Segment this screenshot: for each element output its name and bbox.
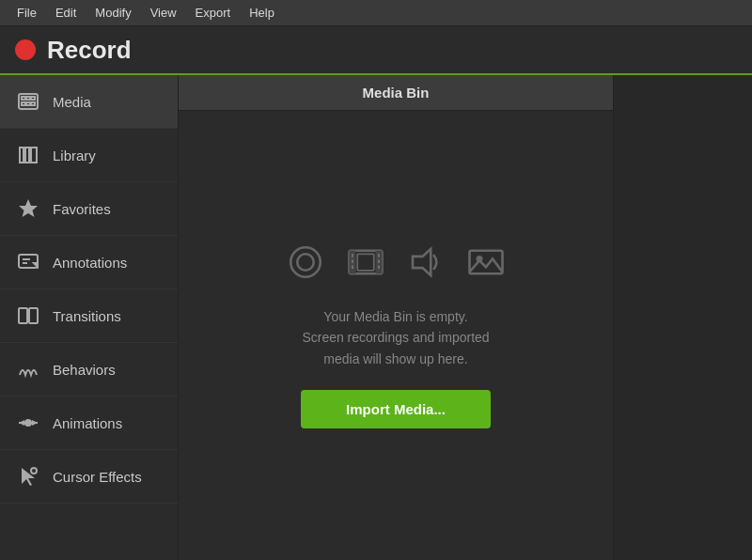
media-bin-icons xyxy=(286,242,506,282)
media-bin-header: Media Bin xyxy=(179,75,613,111)
sidebar-item-favorites[interactable]: Favorites xyxy=(0,182,178,236)
menu-modify[interactable]: Modify xyxy=(86,0,140,25)
svg-rect-15 xyxy=(19,308,27,323)
sidebar-item-transitions[interactable]: Transitions xyxy=(0,289,178,343)
menu-export[interactable]: Export xyxy=(186,0,241,25)
page-title: Record xyxy=(47,36,132,65)
svg-point-25 xyxy=(297,254,314,271)
svg-rect-32 xyxy=(378,254,380,257)
sidebar-label-favorites: Favorites xyxy=(53,201,111,217)
media-icon xyxy=(15,88,41,115)
sidebar-item-media[interactable]: Media xyxy=(0,75,178,129)
media-bin-content: Your Media Bin is empty.Screen recording… xyxy=(179,111,613,560)
svg-rect-4 xyxy=(22,102,25,105)
audio-icon xyxy=(406,242,446,282)
svg-rect-30 xyxy=(352,259,353,263)
sidebar-item-behaviors[interactable]: Behaviors xyxy=(0,343,178,397)
menu-edit[interactable]: Edit xyxy=(46,0,86,25)
import-media-button[interactable]: Import Media... xyxy=(301,390,491,428)
cursor-effects-icon xyxy=(15,463,41,490)
svg-rect-11 xyxy=(19,255,38,268)
svg-rect-2 xyxy=(26,97,30,100)
svg-marker-36 xyxy=(413,249,431,275)
sidebar-item-animations[interactable]: Animations xyxy=(0,397,178,450)
svg-point-24 xyxy=(290,247,321,277)
svg-point-23 xyxy=(31,468,37,474)
svg-marker-14 xyxy=(34,263,38,267)
svg-rect-37 xyxy=(470,251,503,274)
favorites-icon xyxy=(15,195,41,222)
sidebar-label-cursor-effects: Cursor Effects xyxy=(53,469,142,485)
record-dot-icon xyxy=(15,39,36,60)
sidebar-label-animations: Animations xyxy=(53,415,122,431)
svg-rect-8 xyxy=(25,148,29,163)
sidebar-label-library: Library xyxy=(53,148,96,163)
sidebar-item-cursor-effects[interactable]: Cursor Effects xyxy=(0,450,178,504)
svg-rect-1 xyxy=(22,97,25,100)
svg-rect-3 xyxy=(31,97,35,100)
animations-icon xyxy=(15,410,41,436)
sidebar-label-media: Media xyxy=(53,94,91,110)
media-bin-empty-text: Your Media Bin is empty.Screen recording… xyxy=(302,306,489,369)
svg-rect-29 xyxy=(352,254,353,257)
svg-marker-22 xyxy=(32,420,38,426)
svg-marker-21 xyxy=(19,420,24,426)
record-icon xyxy=(286,242,325,282)
content-area: Media Bin xyxy=(179,75,613,560)
svg-rect-35 xyxy=(357,254,374,271)
svg-marker-10 xyxy=(19,199,38,217)
svg-rect-31 xyxy=(352,265,353,269)
svg-rect-7 xyxy=(20,148,24,163)
sidebar-item-annotations[interactable]: Annotations xyxy=(0,236,178,289)
sidebar-item-library[interactable]: Library xyxy=(0,129,178,182)
titlebar: Record xyxy=(0,26,752,75)
sidebar-label-annotations: Annotations xyxy=(53,255,127,271)
svg-rect-5 xyxy=(26,102,30,105)
menu-help[interactable]: Help xyxy=(240,0,284,25)
annotations-icon xyxy=(15,249,41,275)
svg-rect-16 xyxy=(29,308,38,323)
main-layout: Media Library Favorites xyxy=(0,75,752,560)
sidebar: Media Library Favorites xyxy=(0,75,179,560)
transitions-icon xyxy=(15,303,41,329)
svg-rect-6 xyxy=(31,102,35,105)
svg-rect-9 xyxy=(31,148,37,163)
sidebar-label-behaviors: Behaviors xyxy=(53,362,116,378)
menubar: File Edit Modify View Export Help xyxy=(0,0,752,26)
right-panel xyxy=(613,75,752,560)
behaviors-icon xyxy=(15,356,41,382)
menu-file[interactable]: File xyxy=(8,0,46,25)
svg-rect-34 xyxy=(378,265,380,269)
menu-view[interactable]: View xyxy=(141,0,186,25)
svg-point-18 xyxy=(25,420,31,426)
svg-rect-33 xyxy=(378,259,380,263)
sidebar-label-transitions: Transitions xyxy=(53,308,121,324)
image-icon xyxy=(466,242,506,282)
library-icon xyxy=(15,142,41,168)
filmstrip-icon xyxy=(346,242,385,282)
